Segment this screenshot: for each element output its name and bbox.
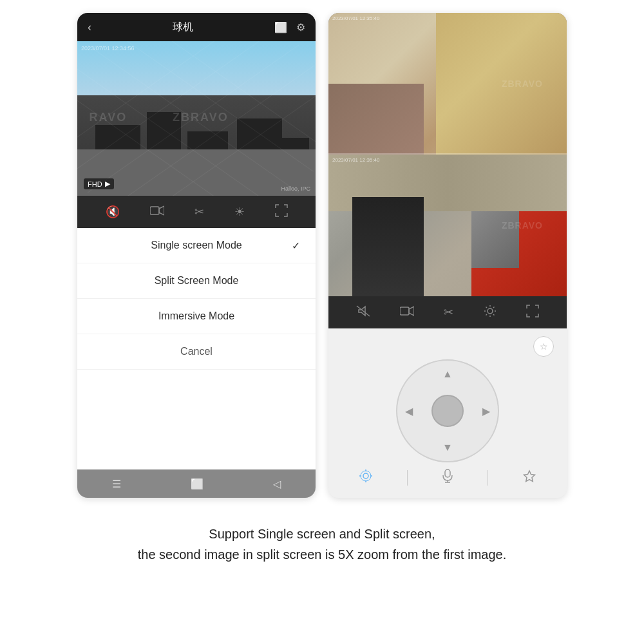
right-fullscreen-icon[interactable]	[526, 305, 539, 321]
phones-row: ‹ 球机 ⬜ ⚙	[0, 0, 644, 504]
svg-line-10	[486, 307, 487, 308]
left-phone: ‹ 球机 ⬜ ⚙	[77, 13, 316, 498]
furniture-area	[328, 84, 424, 155]
right-brightness-icon[interactable]	[484, 305, 497, 321]
svg-point-14	[363, 473, 368, 478]
split-screen-menu-item[interactable]: Split Screen Mode	[77, 263, 316, 299]
ptz-favorite-icon[interactable]	[522, 469, 536, 486]
right-scissors-icon[interactable]: ✂	[444, 305, 453, 319]
right-camera-controls: ✂	[328, 296, 567, 328]
ptz-mic-icon[interactable]	[442, 469, 453, 486]
right-record-icon[interactable]	[400, 306, 414, 319]
display-icon[interactable]: ⬜	[274, 21, 287, 33]
favorite-button[interactable]: ☆	[533, 336, 554, 357]
favorite-icon: ☆	[540, 341, 548, 352]
svg-point-5	[488, 308, 493, 314]
checkmark-icon: ✓	[292, 240, 300, 252]
immersive-label: Immersive Mode	[158, 310, 234, 322]
phone-title: 球机	[173, 21, 193, 34]
right-phone: 2023/07/01 12:35:40 ZBRAVO 2023/07/01 12…	[328, 13, 567, 498]
nav-bar: ☰ ⬜ ◁	[77, 469, 316, 498]
watermark-left: RAVO	[90, 111, 128, 124]
fullscreen-icon[interactable]	[275, 204, 288, 220]
svg-marker-4	[409, 307, 414, 316]
dark-cabinet	[352, 197, 424, 296]
fhd-badge: FHD ▶	[84, 178, 114, 189]
ptz-area: ☆ ▲ ▼ ◀ ▶	[328, 328, 567, 498]
ptz-down-arrow[interactable]: ▼	[442, 442, 453, 453]
camera-feed: RAVO ZBRAVO FHD ▶ 2023/07/01 12:34:56 Ha…	[77, 41, 316, 196]
svg-rect-3	[400, 307, 409, 315]
split-screen-area: 2023/07/01 12:35:40 ZBRAVO 2023/07/01 12…	[328, 13, 567, 296]
watermark-right: ZBRAVO	[173, 111, 229, 124]
split-screen-top: 2023/07/01 12:35:40 ZBRAVO	[328, 13, 567, 155]
svg-rect-0	[150, 207, 159, 214]
right-mute-icon[interactable]	[356, 305, 370, 320]
caption-line2: the second image in split screen is 5X z…	[26, 544, 618, 565]
svg-point-15	[361, 471, 371, 481]
settings-icon[interactable]: ⚙	[296, 21, 305, 33]
timestamp: 2023/07/01 12:34:56	[81, 45, 135, 52]
play-icon: ▶	[105, 180, 110, 188]
nav-menu-icon[interactable]: ☰	[112, 478, 121, 490]
watermark-top: ZBRAVO	[502, 79, 543, 89]
svg-line-13	[486, 314, 487, 316]
nav-back-icon[interactable]: ◁	[273, 478, 281, 490]
single-screen-menu-item[interactable]: Single screen Mode ✓	[77, 228, 316, 263]
scissors-icon[interactable]: ✂	[194, 205, 204, 219]
ptz-separator-2	[488, 470, 488, 486]
record-icon[interactable]	[150, 205, 164, 219]
caption-area: Support Single screen and Split screen, …	[0, 504, 644, 578]
split-screen-label: Split Screen Mode	[155, 275, 239, 287]
mute-icon[interactable]: 🔇	[106, 205, 120, 219]
channel-label: Halloo, IPC	[281, 185, 310, 192]
back-button[interactable]: ‹	[88, 21, 91, 34]
phone-header: ‹ 球机 ⬜ ⚙	[77, 13, 316, 41]
timestamp-top: 2023/07/01 12:35:40	[332, 15, 379, 21]
ptz-settings-icon[interactable]	[359, 469, 373, 486]
svg-line-12	[493, 307, 495, 308]
timestamp-bottom: 2023/07/01 12:35:40	[332, 157, 379, 163]
ptz-joystick[interactable]: ▲ ▼ ◀ ▶	[396, 359, 499, 462]
ptz-up-arrow[interactable]: ▲	[442, 368, 453, 380]
ptz-center-button[interactable]	[431, 395, 464, 427]
svg-rect-20	[445, 469, 450, 477]
camera-controls: 🔇 ✂ ☀	[77, 196, 316, 228]
fhd-label: FHD	[88, 180, 102, 188]
ptz-left-arrow[interactable]: ◀	[405, 405, 413, 417]
ptz-separator	[407, 470, 408, 486]
ptz-right-arrow[interactable]: ▶	[482, 405, 490, 417]
split-screen-bottom: 2023/07/01 12:35:40 ZBRAVO	[328, 155, 567, 296]
ptz-top-row: ☆	[341, 336, 554, 357]
immersive-mode-menu-item[interactable]: Immersive Mode	[77, 299, 316, 334]
brightness-icon[interactable]: ☀	[234, 205, 245, 219]
watermark-bottom: ZBRAVO	[502, 220, 543, 231]
cancel-menu-item[interactable]: Cancel	[77, 334, 316, 370]
svg-marker-1	[159, 206, 164, 215]
main-container: ‹ 球机 ⬜ ⚙	[0, 0, 644, 644]
caption-line1: Support Single screen and Split screen,	[26, 524, 618, 544]
nav-home-icon[interactable]: ⬜	[191, 478, 204, 490]
bottom-sheet-menu: Single screen Mode ✓ Split Screen Mode I…	[77, 228, 316, 469]
cancel-label: Cancel	[180, 346, 213, 357]
header-icons: ⬜ ⚙	[274, 21, 305, 33]
single-screen-label: Single screen Mode	[151, 240, 242, 251]
ptz-bottom-row	[341, 465, 554, 490]
svg-line-11	[493, 314, 495, 316]
